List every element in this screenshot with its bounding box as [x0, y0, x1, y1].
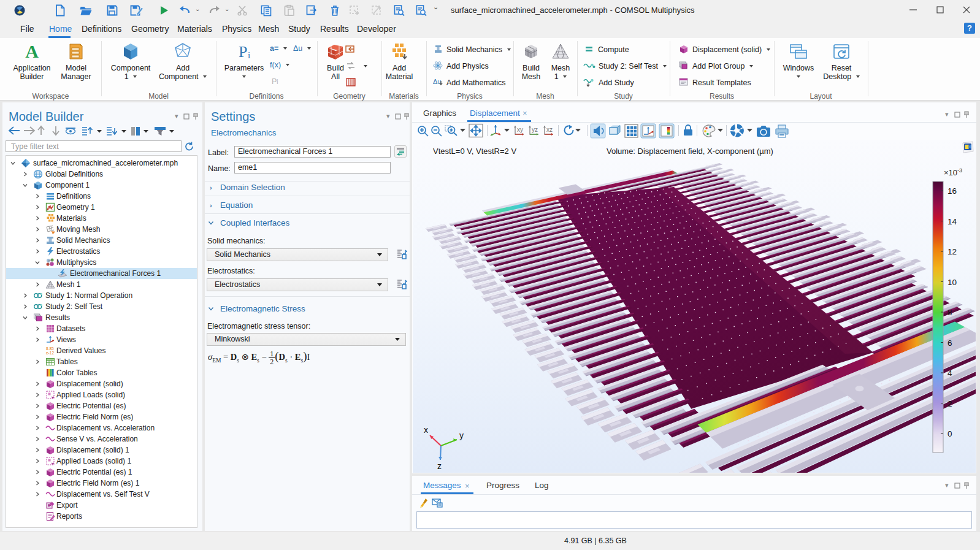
svg-text:16: 16 — [947, 186, 957, 196]
svg-text:z: z — [437, 461, 442, 471]
svg-text:2: 2 — [947, 399, 952, 408]
svg-text:i: i — [248, 50, 250, 60]
svg-text:14: 14 — [947, 217, 957, 226]
svg-text:6: 6 — [947, 338, 952, 348]
svg-text:yz: yz — [532, 126, 538, 133]
svg-text:8: 8 — [947, 308, 952, 317]
svg-text:y: y — [459, 430, 464, 440]
svg-text:xz: xz — [546, 126, 553, 133]
svg-text:A: A — [25, 42, 39, 61]
svg-text:4: 4 — [947, 369, 952, 378]
svg-text:xy: xy — [517, 126, 523, 133]
svg-text:P: P — [239, 43, 247, 61]
svg-text:10: 10 — [947, 278, 957, 287]
svg-text:0: 0 — [947, 429, 952, 438]
svg-text:x: x — [424, 425, 428, 435]
svg-text:12: 12 — [947, 247, 957, 256]
